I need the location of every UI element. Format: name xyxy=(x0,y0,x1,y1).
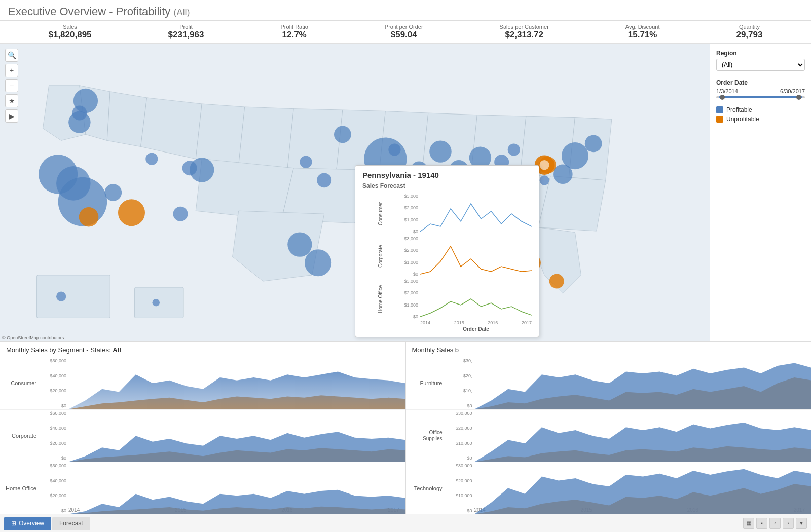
bottom-right-rows: Furniture $30,$20,$10,$0 OfficeSupplies xyxy=(406,357,812,506)
office-supplies-yaxis: $30,000$20,000$10,000$0 xyxy=(447,410,474,462)
tab-prev-btn[interactable]: ‹ xyxy=(769,518,781,529)
tab-next-btn[interactable]: › xyxy=(783,518,794,529)
home-office-chart-row: Home Office $60,000$40,000$20,000$0 xyxy=(0,462,406,514)
slider-handle-right[interactable] xyxy=(796,95,801,100)
kpi-profit-ratio: Profit Ratio12.7% xyxy=(280,24,308,40)
tooltip-chart: Consumer $3,000$2,000$1,000$0 xyxy=(362,194,532,332)
technology-area-chart xyxy=(474,462,812,514)
kpi-quantity: Quantity29,793 xyxy=(736,24,762,40)
page-header: Executive Overview - Profitability (All) xyxy=(0,0,811,21)
main-content: 🔍 + − ★ ▶ xyxy=(0,44,811,341)
kpi-avg.-discount: Avg. Discount15.71% xyxy=(625,24,660,40)
play-btn[interactable]: ▶ xyxy=(5,109,18,123)
corporate-chart-content xyxy=(68,410,406,462)
homeoffice-chart xyxy=(420,279,532,319)
furniture-chart-content xyxy=(474,357,812,409)
legend-profitable: Profitable xyxy=(716,106,805,113)
svg-point-34 xyxy=(388,143,400,156)
svg-point-32 xyxy=(190,158,214,182)
svg-marker-56 xyxy=(474,423,812,462)
technology-label: Technology xyxy=(406,462,447,514)
svg-marker-54 xyxy=(474,363,812,409)
svg-point-42 xyxy=(539,160,549,170)
furniture-yaxis: $30,$20,$10,$0 xyxy=(447,357,474,409)
forecast-tab-label: Forecast xyxy=(59,520,83,527)
region-select[interactable]: (All) xyxy=(716,59,805,71)
consumer-chart xyxy=(420,194,532,234)
bottom-left-title: Monthly Sales by Segment - States: All xyxy=(0,346,406,357)
corporate-yaxis: $60,000$40,000$20,000$0 xyxy=(41,410,68,462)
home-office-yaxis: $60,000$40,000$20,000$0 xyxy=(41,462,68,514)
svg-point-44 xyxy=(56,292,66,301)
svg-point-39 xyxy=(508,143,520,156)
right-sidebar: Region (All) Order Date 1/3/2014 6/30/20… xyxy=(710,44,811,341)
zoom-in-btn[interactable]: + xyxy=(5,64,18,77)
tab-forecast[interactable]: Forecast xyxy=(52,517,90,530)
zoom-out-btn[interactable]: − xyxy=(5,79,18,92)
tab-grid-btn[interactable]: ▦ xyxy=(743,518,754,529)
kpi-sales: Sales$1,820,895 xyxy=(48,24,91,40)
search-btn[interactable]: 🔍 xyxy=(5,49,18,62)
consumer-yaxis: $60,000$40,000$20,000$0 xyxy=(41,357,68,409)
svg-point-5 xyxy=(334,126,351,143)
svg-point-31 xyxy=(173,207,188,221)
bottom-right-charts: Monthly Sales b Furniture $30,$20,$10,$0 xyxy=(406,342,812,514)
bottom-right-title: Monthly Sales b xyxy=(406,346,812,357)
overview-tab-label: Overview xyxy=(19,520,44,527)
kpi-profit: Profit$231,963 xyxy=(168,24,204,40)
tooltip-title: Pennsylvania - 19140 xyxy=(362,171,532,179)
home-office-chart-content xyxy=(68,462,406,514)
svg-point-29 xyxy=(79,207,99,227)
technology-chart-row: Technology $30,000$20,000$10,000$0 xyxy=(406,462,812,514)
corporate-area-chart xyxy=(68,410,406,462)
star-btn[interactable]: ★ xyxy=(5,94,18,107)
svg-point-18 xyxy=(145,153,158,165)
office-supplies-label: OfficeSupplies xyxy=(406,410,447,462)
order-date-filter: Order Date 1/3/2014 6/30/2017 xyxy=(716,79,805,98)
consumer-chart-row: Consumer $60,000$40,000$20,000$0 xyxy=(0,357,406,409)
page-title: Executive Overview - Profitability (All) xyxy=(8,5,803,18)
svg-point-33 xyxy=(300,156,312,168)
svg-point-16 xyxy=(72,106,87,121)
office-supplies-chart-row: OfficeSupplies $30,000$20,000$10,000$0 xyxy=(406,409,812,462)
svg-point-30 xyxy=(104,184,122,201)
svg-point-46 xyxy=(153,299,160,306)
map-controls: 🔍 + − ★ ▶ xyxy=(5,49,18,123)
region-label: Region xyxy=(716,50,805,57)
date-start: 1/3/2014 xyxy=(716,88,738,94)
technology-yaxis: $30,000$20,000$10,000$0 xyxy=(447,462,474,514)
tab-nav-buttons: ▦ ▪ ‹ › ▼ xyxy=(743,518,807,529)
svg-point-12 xyxy=(553,164,573,184)
bottom-left-rows: Consumer $60,000$40,000$20,000$0 xyxy=(0,357,406,506)
home-office-area-chart xyxy=(68,462,406,514)
tooltip-subtitle: Sales Forecast xyxy=(362,182,532,189)
unprofitable-color-swatch xyxy=(716,116,723,123)
consumer-area-chart xyxy=(68,357,406,409)
office-supplies-chart-content xyxy=(474,410,812,462)
svg-point-17 xyxy=(118,199,145,226)
technology-chart-content xyxy=(474,462,812,514)
svg-point-11 xyxy=(585,135,602,153)
home-office-label: Home Office xyxy=(0,462,41,514)
tab-overview[interactable]: ⊞ Overview xyxy=(4,517,51,530)
svg-point-13 xyxy=(429,140,451,162)
tab-list-btn[interactable]: ▪ xyxy=(756,518,767,529)
kpi-row: Sales$1,820,895Profit$231,963Profit Rati… xyxy=(0,21,811,44)
tab-menu-btn[interactable]: ▼ xyxy=(796,518,807,529)
tt-corporate-label: Corporate xyxy=(362,236,398,277)
date-range-slider[interactable] xyxy=(716,96,805,98)
furniture-chart-row: Furniture $30,$20,$10,$0 xyxy=(406,357,812,409)
kpi-profit-per-order: Profit per Order$59.04 xyxy=(385,24,423,40)
region-filter: Region (All) xyxy=(716,50,805,71)
date-end: 6/30/2017 xyxy=(780,88,805,94)
svg-marker-50 xyxy=(68,432,406,462)
svg-point-40 xyxy=(539,175,549,185)
corporate-chart-row: Corporate $60,000$40,000$20,000$0 xyxy=(0,409,406,462)
legend-unprofitable: Unprofitable xyxy=(716,116,805,123)
corporate-chart xyxy=(420,236,532,277)
furniture-area-chart xyxy=(474,357,812,409)
svg-point-14 xyxy=(549,274,564,289)
consumer-chart-content xyxy=(68,357,406,409)
map-area[interactable]: 🔍 + − ★ ▶ xyxy=(0,44,710,341)
slider-handle-left[interactable] xyxy=(720,95,725,100)
